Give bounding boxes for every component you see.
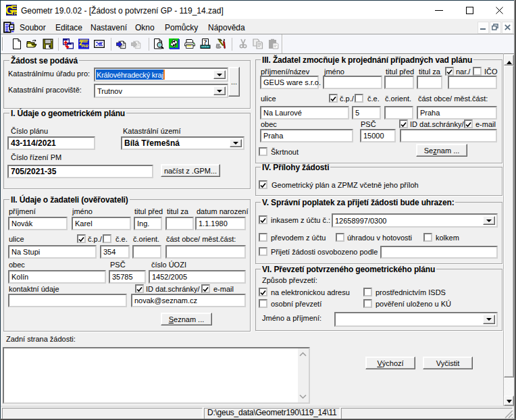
- svg-text:TR: TR: [11, 10, 17, 16]
- svg-text:PH2: PH2: [82, 44, 88, 48]
- svg-text:?: ?: [203, 38, 207, 46]
